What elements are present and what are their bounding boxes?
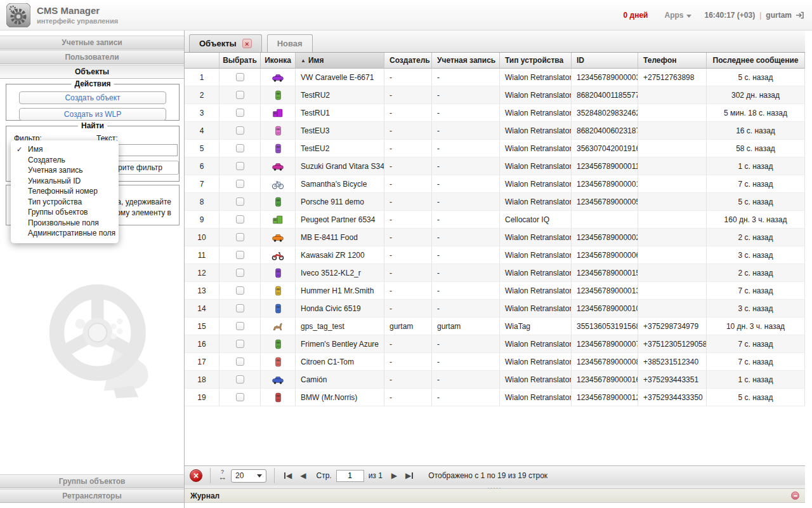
table-row[interactable]: 3TestRU1--Wialon Retranslator35284802983… (185, 104, 805, 122)
trial-days-badge[interactable]: 0 дней (624, 11, 648, 20)
row-name[interactable]: Honda Civic 6519 (296, 300, 384, 318)
row-checkbox[interactable] (236, 251, 244, 259)
sidebar: Учетные записи Пользователи Объекты Дейс… (0, 30, 184, 508)
row-name[interactable]: Frimen's Bentley Azure (296, 335, 384, 353)
table-row[interactable]: 18Camión--Wialon Retranslator12345678900… (185, 371, 805, 389)
table-row[interactable]: 17Citroen C1-Tom--Wialon Retranslator123… (185, 353, 805, 371)
row-name[interactable]: Iveco 3512-KL2_r (296, 264, 384, 282)
row-checkbox[interactable] (236, 375, 244, 384)
row-name[interactable]: Porsche 911 demo (296, 193, 384, 211)
table-row[interactable]: 8Porsche 911 demo--Wialon Retranslator12… (185, 193, 805, 211)
row-checkbox[interactable] (236, 286, 244, 295)
table-row[interactable]: 15gps_tag_testgurtamgurtamWiaTag35513605… (185, 318, 805, 335)
row-checkbox[interactable] (236, 358, 244, 366)
row-name[interactable]: TestRU1 (296, 104, 384, 122)
row-checkbox[interactable] (236, 180, 244, 188)
apps-menu-button[interactable]: Apps (664, 11, 691, 20)
first-page-button[interactable]: ◀ (282, 471, 294, 480)
filter-menu-item[interactable]: Телефонный номер (11, 186, 119, 197)
sidebar-item-accounts[interactable]: Учетные записи (0, 36, 184, 50)
filter-menu-item[interactable]: Административные поля (11, 228, 119, 239)
table-row[interactable]: 4TestEU3--Wialon Retranslator86820400602… (185, 122, 805, 140)
page-size-select[interactable]: 20 (231, 469, 266, 483)
sidebar-item-objects[interactable]: Объекты (0, 65, 184, 79)
row-name[interactable]: TestEU3 (296, 122, 384, 140)
table-row[interactable]: 11Kawasaki ZR 1200--Wialon Retranslator1… (185, 246, 805, 264)
row-checkbox[interactable] (236, 215, 244, 224)
row-name[interactable]: Camión (296, 371, 384, 389)
row-checkbox[interactable] (236, 73, 244, 81)
next-page-button[interactable]: ▶ (390, 471, 399, 480)
sidebar-item-users[interactable]: Пользователи (0, 50, 184, 64)
filter-menu-item[interactable]: Учетная запись (11, 165, 119, 176)
row-name[interactable]: Kawasaki ZR 1200 (296, 246, 384, 264)
row-checkbox[interactable] (236, 233, 244, 241)
filter-menu-item[interactable]: Произвольные поля (11, 218, 119, 229)
logout-icon[interactable] (796, 11, 804, 20)
page-number-input[interactable] (336, 470, 364, 482)
column-header-device-type[interactable]: Тип устройства (500, 53, 572, 69)
table-row[interactable]: 6Suzuki Grand Vitara S34--Wialon Retrans… (185, 157, 805, 175)
filter-menu-item[interactable]: Уникальный ID (11, 176, 119, 187)
row-checkbox[interactable] (236, 322, 244, 330)
table-row[interactable]: 9Peugeot Partner 6534--Cellocator IQ160 … (185, 211, 805, 229)
table-row[interactable]: 19BMW (Mr.Norris)--Wialon Retranslator12… (185, 389, 805, 406)
row-name[interactable]: TestEU2 (296, 140, 384, 157)
column-header-account[interactable]: Учетная запись (432, 53, 500, 69)
create-from-wlp-button[interactable]: Создать из WLP (19, 108, 166, 121)
row-name[interactable]: BMW (Mr.Norris) (296, 389, 384, 406)
row-checkbox[interactable] (236, 109, 244, 117)
sidebar-item-retranslators[interactable]: Ретрансляторы (0, 489, 184, 503)
row-name[interactable]: Hummer H1 Mr.Smith (296, 282, 384, 300)
create-object-button[interactable]: Создать объект (19, 91, 166, 104)
table-row[interactable]: 13Hummer H1 Mr.Smith--Wialon Retranslato… (185, 282, 805, 300)
table-row[interactable]: 1VW Caravelle E-6671--Wialon Retranslato… (185, 69, 805, 86)
tab-objects[interactable]: Объекты × (189, 34, 262, 52)
row-checkbox[interactable] (236, 269, 244, 277)
table-row[interactable]: 7Samantha's Bicycle--Wialon Retranslator… (185, 175, 805, 193)
table-row[interactable]: 16Frimen's Bentley Azure--Wialon Retrans… (185, 335, 805, 353)
row-name[interactable]: Citroen C1-Tom (296, 353, 384, 371)
filter-menu-item[interactable]: Тип устройства (11, 197, 119, 208)
table-row[interactable]: 5TestEU2--Wialon Retranslator35630704200… (185, 140, 805, 157)
journal-bar[interactable]: Журнал (185, 488, 805, 503)
column-header-icon[interactable]: Иконка (261, 53, 296, 69)
column-header-phone[interactable]: Телефон (638, 53, 707, 69)
row-checkbox[interactable] (236, 340, 244, 348)
row-name[interactable]: Samantha's Bicycle (296, 175, 384, 193)
row-checkbox[interactable] (236, 304, 244, 312)
row-checkbox[interactable] (236, 144, 244, 152)
column-header-select[interactable]: Выбрать (219, 53, 261, 69)
column-header-index[interactable] (185, 53, 219, 69)
filter-menu-item[interactable]: Создатель (11, 155, 119, 166)
table-row[interactable]: 14Honda Civic 6519--Wialon Retranslator1… (185, 300, 805, 318)
row-name[interactable]: VW Caravelle E-6671 (296, 69, 384, 86)
table-row[interactable]: 10MB E-8411 Food--Wialon Retranslator123… (185, 229, 805, 246)
row-checkbox[interactable] (236, 126, 244, 135)
row-checkbox[interactable] (236, 162, 244, 170)
filter-menu-item[interactable]: Группы объектов (11, 207, 119, 218)
row-checkbox[interactable] (236, 197, 244, 206)
column-header-id[interactable]: ID (572, 53, 638, 69)
column-header-name[interactable]: ▲ Имя (296, 53, 384, 69)
delete-icon[interactable]: × (190, 469, 202, 482)
row-name[interactable]: Suzuki Grand Vitara S34 (296, 157, 384, 175)
row-name[interactable]: gps_tag_test (296, 318, 384, 335)
row-checkbox[interactable] (236, 91, 244, 99)
filter-menu-item[interactable]: ✓Имя (11, 144, 119, 155)
row-checkbox[interactable] (236, 393, 244, 401)
fit-columns-icon[interactable]: ? ↔ (218, 470, 226, 481)
table-row[interactable]: 2TestRU2--Wialon Retranslator86820400118… (185, 86, 805, 104)
tab-new[interactable]: Новая (267, 34, 313, 52)
sidebar-item-unit-groups[interactable]: Группы объектов (0, 474, 184, 488)
collapse-icon[interactable] (791, 491, 799, 500)
row-name[interactable]: Peugeot Partner 6534 (296, 211, 384, 229)
column-header-creator[interactable]: Создатель (384, 53, 432, 69)
last-page-button[interactable]: ▶ (403, 471, 415, 480)
row-name[interactable]: MB E-8411 Food (296, 229, 384, 246)
row-name[interactable]: TestRU2 (296, 86, 384, 104)
prev-page-button[interactable]: ◀ (298, 471, 308, 480)
close-icon[interactable]: × (242, 39, 252, 48)
column-header-last-message[interactable]: Последнее сообщение (707, 53, 805, 69)
table-row[interactable]: 12Iveco 3512-KL2_r--Wialon Retranslator1… (185, 264, 805, 282)
